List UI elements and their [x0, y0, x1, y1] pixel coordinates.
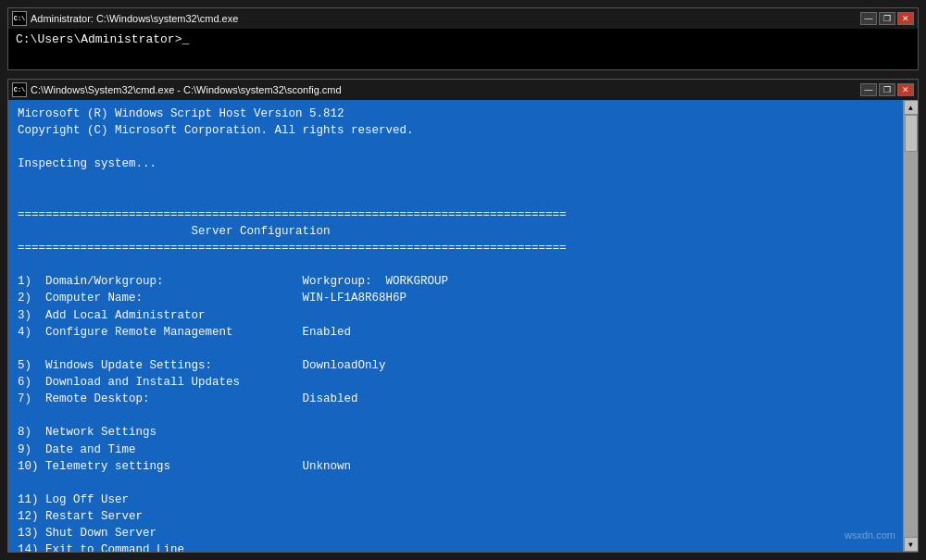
bottom-minimize-button[interactable]: —: [860, 83, 877, 96]
top-close-button[interactable]: ✕: [897, 12, 914, 25]
bottom-titlebar-left: C:\ C:\Windows\System32\cmd.exe - C:\Win…: [12, 82, 342, 97]
bottom-cmd-icon: C:\: [12, 82, 27, 97]
top-window-buttons: — ❐ ✕: [860, 12, 914, 25]
top-window-title: Administrator: C:\Windows\system32\cmd.e…: [31, 13, 238, 24]
top-cmd-window: C:\ Administrator: C:\Windows\system32\c…: [7, 7, 919, 70]
scroll-track: [904, 115, 918, 537]
scrollbar[interactable]: ▲ ▼: [903, 100, 918, 552]
console-output: Microsoft (R) Windows Script Host Versio…: [18, 106, 908, 552]
scroll-down-arrow[interactable]: ▼: [904, 537, 919, 552]
bottom-restore-button[interactable]: ❐: [879, 83, 895, 96]
bottom-window-title: C:\Windows\System32\cmd.exe - C:\Windows…: [31, 84, 342, 95]
bottom-close-button[interactable]: ✕: [897, 83, 914, 96]
top-titlebar-left: C:\ Administrator: C:\Windows\system32\c…: [12, 11, 238, 26]
watermark: wsxdn.com: [845, 529, 895, 541]
top-cmd-icon: C:\: [12, 11, 27, 26]
bottom-window-buttons: — ❐ ✕: [860, 83, 914, 96]
bottom-titlebar: C:\ C:\Windows\System32\cmd.exe - C:\Win…: [8, 80, 918, 100]
scroll-thumb[interactable]: [905, 115, 918, 152]
top-titlebar: C:\ Administrator: C:\Windows\system32\c…: [8, 8, 918, 29]
scroll-up-arrow[interactable]: ▲: [904, 100, 919, 115]
bottom-window-content[interactable]: Microsoft (R) Windows Script Host Versio…: [8, 100, 918, 552]
top-window-content: C:\Users\Administrator>_: [8, 29, 918, 69]
top-minimize-button[interactable]: —: [860, 12, 877, 25]
command-prompt-line: C:\Users\Administrator>_: [16, 32, 910, 46]
bottom-cmd-window: C:\ C:\Windows\System32\cmd.exe - C:\Win…: [7, 79, 919, 553]
top-restore-button[interactable]: ❐: [879, 12, 895, 25]
